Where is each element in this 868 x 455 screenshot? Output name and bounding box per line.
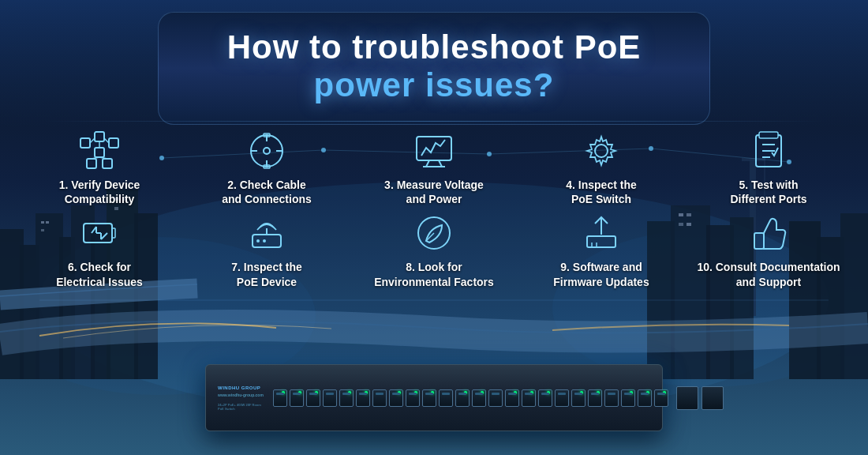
svg-line-63	[439, 160, 442, 167]
svg-point-54	[264, 148, 270, 154]
port-7	[372, 389, 387, 407]
svg-line-52	[99, 157, 107, 159]
port-17	[538, 389, 552, 407]
device-container: WINDHU GROUP www.windhu-group.com 24+2P …	[205, 364, 663, 431]
step-6: 6. Check forElectrical Issues	[21, 212, 178, 288]
step-2-label: 2. Check Cableand Connections	[222, 178, 312, 206]
step-2: 2. Check Cableand Connections	[188, 130, 346, 206]
step-8: 8. Look forEnvironmental Factors	[355, 212, 513, 288]
nodes-icon	[79, 130, 120, 171]
svg-line-62	[426, 160, 429, 167]
brand-name: WINDHU GROUP	[218, 385, 265, 391]
svg-rect-61	[417, 137, 451, 160]
port-2	[290, 389, 304, 407]
port-23	[638, 389, 652, 407]
port-6	[356, 389, 370, 407]
port-10	[422, 389, 436, 407]
svg-point-65	[595, 145, 608, 157]
svg-rect-42	[80, 138, 90, 148]
sfp-port-2	[702, 386, 724, 410]
svg-rect-70	[759, 132, 778, 138]
monitor-chart-icon	[413, 130, 455, 171]
port-5	[339, 389, 354, 407]
gear-icon	[581, 130, 622, 171]
port-24	[654, 389, 668, 407]
router-icon	[246, 212, 287, 254]
svg-rect-47	[103, 159, 112, 168]
steps-row-1: 1. Verify DeviceCompatibility	[16, 130, 852, 206]
title-line2: power issues?	[190, 66, 678, 104]
step-8-label: 8. Look forEnvironmental Factors	[374, 260, 494, 288]
device-front: WINDHU GROUP www.windhu-group.com 24+2P …	[206, 365, 662, 431]
battery-icon	[79, 212, 120, 254]
port-8	[389, 389, 403, 407]
step-5: 5. Test withDifferent Ports	[690, 130, 847, 206]
port-1	[273, 389, 287, 407]
step-1: 1. Verify DeviceCompatibility	[21, 130, 178, 206]
header-box: How to troubleshoot PoE power issues?	[158, 12, 710, 125]
steps-row-2: 6. Check forElectrical Issues 7. Inspect…	[16, 212, 852, 288]
device-website: www.windhu-group.com	[218, 393, 265, 398]
svg-line-77	[101, 233, 107, 239]
svg-rect-88	[754, 233, 764, 249]
port-19	[571, 389, 586, 407]
sfp-port-1	[676, 386, 698, 410]
checklist-icon	[748, 130, 789, 171]
step-3: 3. Measure Voltageand Power	[355, 130, 513, 206]
port-13	[472, 389, 486, 407]
device-logo: WINDHU GROUP www.windhu-group.com 24+2P …	[218, 385, 265, 412]
port-21	[604, 389, 619, 407]
svg-rect-44	[109, 138, 118, 148]
step-4-label: 4. Inspect thePoE Switch	[566, 178, 636, 206]
step-10: 10. Consult Documentationand Support	[690, 212, 847, 288]
step-9-label: 9. Software andFirmware Updates	[553, 260, 649, 288]
port-14	[488, 389, 503, 407]
port-22	[621, 389, 635, 407]
svg-rect-45	[95, 148, 104, 157]
upload-icon	[581, 212, 622, 254]
cable-icon	[246, 130, 287, 171]
port-3	[306, 389, 320, 407]
svg-point-80	[263, 239, 266, 243]
sfp-ports	[676, 386, 724, 410]
port-18	[555, 389, 569, 407]
step-6-label: 6. Check forElectrical Issues	[56, 260, 143, 288]
poe-switch-device: WINDHU GROUP www.windhu-group.com 24+2P …	[205, 364, 663, 431]
svg-point-79	[256, 239, 260, 243]
svg-rect-46	[87, 159, 96, 168]
step-9: 9. Software andFirmware Updates	[522, 212, 680, 288]
port-4	[323, 389, 337, 407]
leaf-icon	[413, 212, 455, 254]
svg-rect-72	[112, 228, 115, 238]
step-4: 4. Inspect thePoE Switch	[522, 130, 680, 206]
port-9	[406, 389, 420, 407]
step-5-label: 5. Test withDifferent Ports	[730, 178, 806, 206]
step-7: 7. Inspect thePoE Device	[188, 212, 346, 288]
step-3-label: 3. Measure Voltageand Power	[384, 178, 484, 206]
port-12	[455, 389, 470, 407]
thumbsup-icon	[748, 212, 789, 254]
title-line1: How to troubleshoot PoE	[190, 28, 678, 66]
step-10-label: 10. Consult Documentationand Support	[697, 260, 840, 288]
svg-rect-43	[95, 132, 104, 141]
background: How to troubleshoot PoE power issues?	[0, 0, 868, 455]
svg-line-51	[92, 157, 99, 159]
step-7-label: 7. Inspect thePoE Device	[231, 260, 301, 288]
port-20	[588, 389, 602, 407]
port-15	[505, 389, 519, 407]
port-11	[439, 389, 453, 407]
steps-container: 1. Verify DeviceCompatibility	[0, 122, 868, 303]
rj45-ports	[273, 389, 668, 407]
step-1-label: 1. Verify DeviceCompatibility	[59, 178, 140, 206]
device-model: 24+2P PoE+ 400W 28F Room PoE Switch	[218, 403, 261, 411]
separator-line	[43, 121, 825, 122]
port-16	[522, 389, 536, 407]
